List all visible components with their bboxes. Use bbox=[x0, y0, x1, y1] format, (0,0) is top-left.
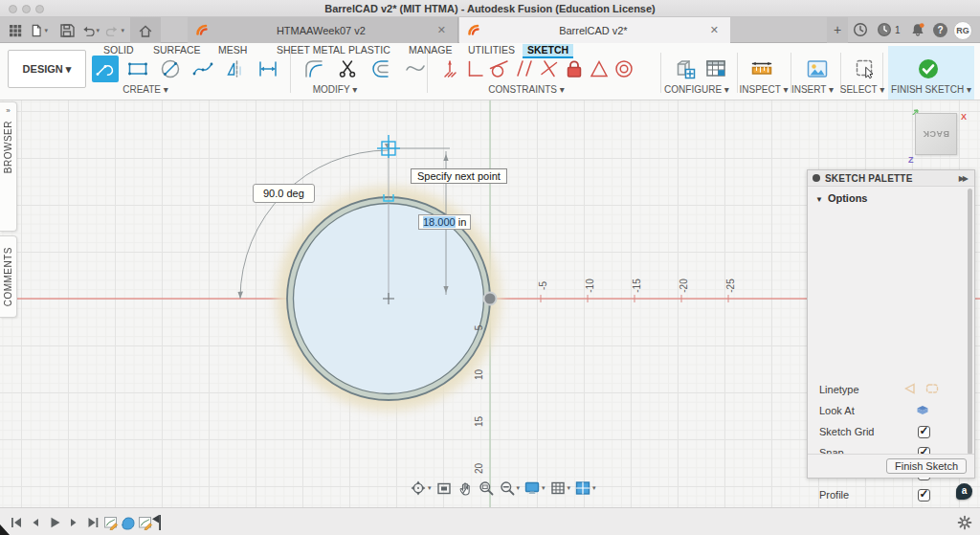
mirror-tool-icon[interactable] bbox=[222, 56, 249, 82]
rectangle-tool-icon[interactable] bbox=[124, 56, 151, 82]
spline-tool-icon[interactable] bbox=[189, 56, 216, 82]
browser-panel-tab[interactable]: » BROWSER bbox=[0, 101, 17, 232]
dropdown-caret: ▾ bbox=[428, 484, 432, 492]
save-icon[interactable] bbox=[57, 21, 77, 39]
dimension-unit: in bbox=[456, 216, 467, 228]
group-label-insert[interactable]: INSERT ▾ bbox=[791, 84, 834, 95]
timeline-step-forward-icon[interactable] bbox=[65, 514, 82, 531]
symmetry-constraint-icon[interactable] bbox=[586, 56, 612, 82]
group-label-constraints[interactable]: CONSTRAINTS ▾ bbox=[488, 84, 564, 95]
grid-settings-icon[interactable]: ▾ bbox=[549, 479, 571, 497]
tangent-constraint-icon[interactable] bbox=[486, 56, 513, 82]
timeline-settings-gear-icon[interactable] bbox=[956, 514, 973, 531]
close-tab-icon[interactable]: ✕ bbox=[706, 24, 723, 36]
timeline-skip-end-icon[interactable] bbox=[84, 514, 101, 531]
notifications-bell-icon[interactable] bbox=[909, 20, 926, 39]
expand-panel-icon[interactable]: » bbox=[6, 102, 10, 121]
trim-tool-icon[interactable] bbox=[335, 56, 362, 82]
palette-collapse-icon[interactable]: ▶▶ bbox=[959, 174, 969, 183]
group-label-create[interactable]: CREATE ▾ bbox=[122, 84, 168, 95]
perpendicular-constraint-icon[interactable] bbox=[536, 56, 563, 82]
avatar[interactable]: RG bbox=[953, 21, 972, 40]
document-tab-label: HTMAAWeek07 v2 bbox=[209, 25, 434, 36]
look-at-face-icon[interactable] bbox=[435, 479, 453, 497]
x-axis-tick-label: -5 bbox=[538, 277, 548, 296]
viewcube[interactable]: BACK X Z bbox=[903, 103, 976, 167]
line-tool-icon[interactable] bbox=[92, 56, 119, 82]
palette-row-profile: Profile bbox=[808, 484, 969, 505]
comments-panel-tab[interactable]: COMMENTS bbox=[0, 235, 17, 318]
profile-checkbox[interactable] bbox=[918, 489, 930, 502]
home-button[interactable] bbox=[130, 17, 161, 43]
measure-icon[interactable] bbox=[748, 56, 775, 82]
fix-constraint-icon[interactable] bbox=[561, 56, 588, 82]
sketch-dimension-tool-icon[interactable] bbox=[255, 56, 281, 82]
group-label-modify[interactable]: MODIFY ▾ bbox=[313, 84, 358, 95]
close-window-button[interactable] bbox=[9, 5, 17, 13]
horizontal-vertical-constraint-icon[interactable] bbox=[461, 56, 488, 82]
workspace-selector[interactable]: DESIGN ▾ bbox=[8, 50, 86, 88]
document-tab[interactable]: BarrelCAD v2*✕ bbox=[459, 17, 730, 43]
redo-icon[interactable]: ▾ bbox=[105, 21, 124, 39]
timeline-step-back-icon[interactable] bbox=[27, 514, 44, 531]
app-grid-icon[interactable] bbox=[6, 21, 25, 39]
feature-sketch-icon[interactable] bbox=[102, 514, 120, 531]
edit-curve-tool-icon[interactable] bbox=[402, 56, 429, 82]
job-status-icon[interactable]: 1 bbox=[876, 20, 901, 39]
viewports-icon[interactable]: ▾ bbox=[574, 479, 596, 497]
dimension-constraint-icon[interactable] bbox=[436, 56, 463, 82]
sketch-grid-checkbox[interactable] bbox=[918, 426, 930, 438]
parallel-constraint-icon[interactable] bbox=[511, 56, 538, 82]
zoom-window-icon[interactable] bbox=[478, 479, 495, 497]
pan-icon[interactable] bbox=[457, 479, 474, 497]
dimension-input[interactable]: 18.000 in bbox=[418, 214, 471, 230]
palette-scrollbar[interactable] bbox=[968, 189, 972, 455]
viewcube-face[interactable]: BACK bbox=[915, 113, 957, 155]
dropdown-caret: ▾ bbox=[542, 484, 546, 492]
configuration-table-icon[interactable] bbox=[702, 56, 729, 82]
display-settings-icon[interactable]: ▾ bbox=[523, 479, 546, 497]
group-label-select[interactable]: SELECT ▾ bbox=[840, 84, 885, 95]
zoom-window-button[interactable] bbox=[35, 5, 44, 13]
assistant-bubble[interactable]: a bbox=[956, 483, 972, 500]
group-label-finishsketch[interactable]: FINISH SKETCH ▾ bbox=[891, 84, 971, 95]
angle-dimension-label[interactable]: 90.0 deg bbox=[253, 184, 315, 203]
dropdown-caret: ▾ bbox=[44, 27, 48, 34]
timeline-marker[interactable] bbox=[148, 514, 166, 531]
look-at-icon[interactable] bbox=[915, 402, 930, 419]
file-menu-icon[interactable]: ▾ bbox=[29, 21, 48, 39]
group-label-configure[interactable]: CONFIGURE ▾ bbox=[664, 84, 729, 95]
finish-sketch-icon[interactable] bbox=[915, 56, 942, 82]
timeline-play-icon[interactable] bbox=[46, 514, 63, 531]
concentric-constraint-icon[interactable] bbox=[611, 56, 637, 82]
circle-tool-icon[interactable] bbox=[157, 56, 184, 82]
section-collapse-icon[interactable]: ▼ bbox=[815, 195, 823, 204]
close-tab-icon[interactable]: ✕ bbox=[434, 24, 450, 36]
timeline-skip-start-icon[interactable] bbox=[8, 514, 25, 531]
dimension-value[interactable]: 18.000 bbox=[423, 216, 456, 228]
undo-icon[interactable]: ▾ bbox=[80, 21, 100, 39]
document-tab[interactable]: HTMAAWeek07 v2✕ bbox=[188, 17, 458, 43]
help-icon[interactable]: ? bbox=[933, 20, 947, 39]
y-axis-tick-label: 15 bbox=[474, 412, 484, 432]
construction-linetype-icon[interactable] bbox=[902, 381, 917, 398]
feature-form-icon[interactable] bbox=[120, 514, 137, 531]
options-section-header[interactable]: ▼Options bbox=[808, 187, 974, 206]
history-icon[interactable] bbox=[852, 20, 869, 39]
finish-sketch-button[interactable]: Finish Sketch bbox=[886, 458, 967, 474]
group-label-inspect[interactable]: INSPECT ▾ bbox=[740, 84, 789, 95]
offset-tool-icon[interactable] bbox=[369, 56, 396, 82]
minimize-window-button[interactable] bbox=[22, 5, 31, 13]
insert-image-icon[interactable] bbox=[804, 56, 831, 82]
orbit-icon[interactable]: ▾ bbox=[410, 479, 432, 497]
new-tab-button[interactable]: + bbox=[827, 17, 848, 43]
configuration-icon[interactable] bbox=[672, 56, 699, 82]
palette-header[interactable]: SKETCH PALETTE ▶▶ bbox=[808, 170, 974, 187]
fillet-tool-icon[interactable] bbox=[301, 56, 327, 82]
origin-sketch-point[interactable] bbox=[484, 293, 497, 305]
x-axis-tick-label: -20 bbox=[679, 277, 689, 296]
centerline-linetype-icon[interactable] bbox=[924, 381, 940, 398]
fusion-logo-icon bbox=[467, 23, 480, 38]
zoom-icon[interactable]: ▾ bbox=[499, 479, 521, 497]
select-icon[interactable] bbox=[852, 56, 879, 82]
